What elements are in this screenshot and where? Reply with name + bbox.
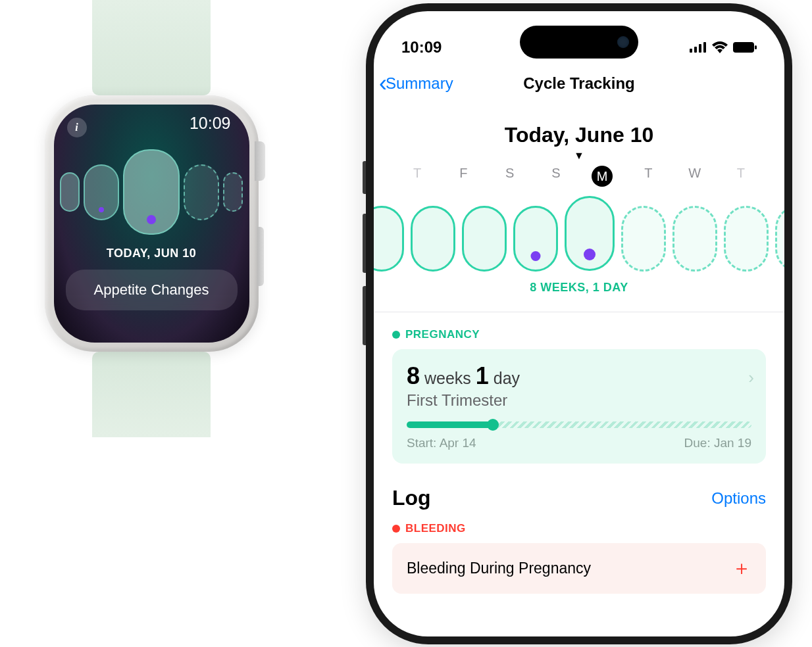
progress-fill [407,421,493,428]
digital-crown[interactable] [255,141,265,181]
watch-cycle-scroller[interactable] [66,149,238,235]
pregnancy-progress-bar [407,421,751,428]
back-button[interactable]: ‹ Summary [379,70,453,97]
camera-icon [617,36,629,48]
today-marker-icon: ▼ [392,150,766,162]
bullet-icon [392,331,400,339]
section-divider [374,312,784,312]
dynamic-island[interactable] [520,26,638,59]
wifi-icon [712,41,728,53]
cycle-day-pill[interactable] [411,206,455,272]
cellular-icon [690,42,707,53]
apple-watch: i 10:09 TODAY, JUN 10 Appetite Changes [26,0,276,460]
symptom-dot-icon [99,207,104,212]
weekday-label: F [441,166,486,187]
cycle-day-pill[interactable] [60,172,80,212]
cycle-day-pill-future[interactable] [775,206,784,272]
battery-icon [733,42,757,53]
pregnancy-section-label: PREGNANCY [392,328,766,341]
bullet-icon [392,525,400,533]
chevron-right-icon: › [748,368,754,388]
weekday-label-today: M [580,166,624,187]
start-date-label: Start: Apr 14 [407,436,476,450]
watch-date-label: TODAY, JUN 10 [66,247,238,260]
cycle-day-pill[interactable] [84,164,119,220]
cycle-day-pill[interactable] [462,206,507,272]
statusbar-time: 10:09 [401,38,442,57]
symptom-dot-icon [584,249,596,260]
ringer-switch[interactable] [363,161,366,194]
weekday-label: S [488,166,532,187]
iphone-screen: 10:09 ‹ Summary Cycle Tracking Today, Ju… [374,11,784,636]
section-text: PREGNANCY [405,328,480,341]
log-header: Log Options [392,486,766,510]
side-button[interactable] [257,227,264,286]
svg-rect-1 [694,47,697,53]
volume-down-button[interactable] [363,286,366,345]
watch-time: 10:09 [190,114,231,133]
navigation-bar: ‹ Summary Cycle Tracking [374,64,784,103]
svg-rect-5 [755,45,757,49]
date-heading: Today, June 10 [392,123,766,147]
cycle-day-pill[interactable] [513,206,558,272]
cycle-day-pill-future[interactable] [621,206,666,272]
pregnancy-card[interactable]: › 8 weeks 1 day First Trimester Start: A… [392,349,766,464]
trimester-label: First Trimester [407,391,751,410]
progress-knob-icon [487,419,499,431]
section-text: BLEEDING [405,522,466,535]
plus-icon[interactable]: ＋ [732,555,751,582]
gestation-label: 8 WEEKS, 1 DAY [392,281,766,295]
svg-rect-2 [699,44,701,53]
cycle-day-pill-future[interactable] [184,164,219,220]
symptom-dot-icon [147,215,156,224]
symptom-dot-icon [531,251,541,261]
weekday-label: T [395,166,440,187]
iphone: 10:09 ‹ Summary Cycle Tracking Today, Ju… [366,3,792,644]
bleeding-section-label: BLEEDING [392,522,766,535]
cycle-day-pill-today[interactable] [123,149,180,235]
watch-band-top [92,0,211,95]
weekday-label: T [626,166,671,187]
week-day-row: T F S S M T W T [392,166,766,187]
log-item-label: Bleeding During Pregnancy [407,560,591,577]
cycle-day-pill-future[interactable] [724,206,769,272]
nav-title: Cycle Tracking [523,74,634,93]
pregnancy-duration: 8 weeks 1 day [407,362,751,390]
due-date-label: Due: Jan 19 [684,436,751,450]
svg-rect-4 [733,42,754,53]
log-item-bleeding[interactable]: Bleeding During Pregnancy ＋ [392,543,766,594]
cycle-day-scroller[interactable] [374,196,784,272]
weekday-label: W [672,166,717,187]
watch-symptom-pill[interactable]: Appetite Changes [66,270,238,310]
watch-case: i 10:09 TODAY, JUN 10 Appetite Changes [45,95,259,352]
weekday-label: T [719,166,763,187]
back-label: Summary [386,74,453,93]
volume-up-button[interactable] [363,214,366,273]
pregnancy-dates: Start: Apr 14 Due: Jan 19 [407,436,751,450]
svg-rect-0 [690,49,692,53]
info-icon[interactable]: i [67,118,87,137]
cycle-day-pill-future[interactable] [223,172,243,212]
watch-screen: i 10:09 TODAY, JUN 10 Appetite Changes [54,105,249,343]
log-title: Log [392,486,431,510]
svg-rect-3 [703,42,706,53]
options-button[interactable]: Options [711,489,766,508]
cycle-day-pill-future[interactable] [672,206,717,272]
weekday-label: S [534,166,578,187]
cycle-day-pill-today[interactable] [565,196,615,271]
status-icons [690,41,757,53]
watch-band-bottom [92,352,211,437]
cycle-day-pill[interactable] [374,206,404,272]
